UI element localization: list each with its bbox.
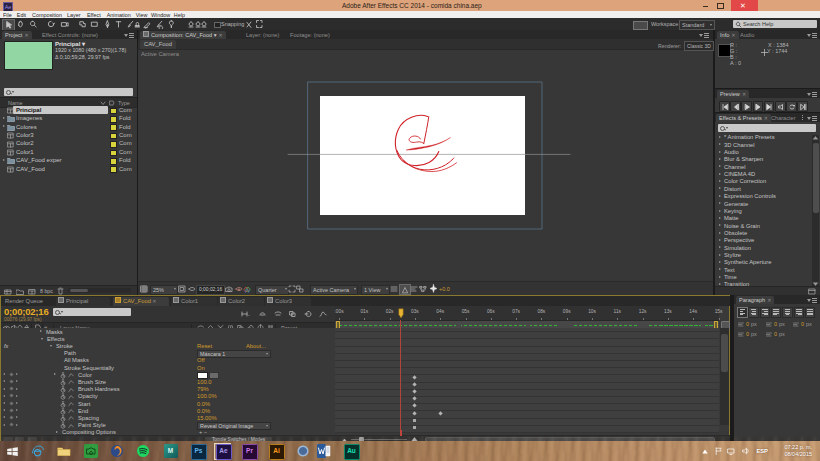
project-item-color1[interactable]: Color1Com: [0, 148, 137, 156]
label-color-swatch[interactable]: [110, 166, 117, 173]
align-center-button[interactable]: [748, 307, 759, 318]
property-value[interactable]: 15.00%: [197, 415, 217, 421]
safe-margins-icon[interactable]: [178, 285, 186, 293]
graph-include-icon[interactable]: [68, 387, 74, 393]
project-item-cav_food[interactable]: CAV_FoodCom: [0, 165, 137, 173]
expand-arrow-icon[interactable]: [719, 143, 721, 145]
show-snapshot-icon[interactable]: [235, 285, 243, 293]
info-panel-menu-icon[interactable]: [807, 33, 817, 37]
effects-scrollbar[interactable]: [812, 135, 819, 287]
effects-category-generate[interactable]: Generate: [715, 200, 812, 207]
menu-help[interactable]: Help: [174, 12, 185, 18]
tab-timeline-color3[interactable]: Color3: [265, 297, 311, 306]
graph-include-icon[interactable]: [68, 379, 74, 385]
effects-category-synthetic-aperture[interactable]: Synthetic Aperture: [715, 259, 812, 266]
project-item-principal[interactable]: PrincipalCom: [0, 106, 137, 114]
expand-arrow-icon[interactable]: [719, 217, 721, 219]
add-keyframe-icon[interactable]: [9, 423, 13, 427]
about-link[interactable]: About...: [246, 343, 266, 349]
project-item-color3[interactable]: Color3Com: [0, 131, 137, 139]
type-tool[interactable]: [113, 19, 124, 29]
next-keyframe-icon[interactable]: [16, 416, 18, 418]
expand-arrow-icon[interactable]: [719, 158, 721, 160]
property-label[interactable]: Color: [78, 372, 92, 378]
taskbar-audition[interactable]: Au: [343, 444, 358, 459]
property-value[interactable]: 0.0%: [197, 401, 210, 407]
expander-icon[interactable]: [56, 431, 58, 433]
paragraph-field-value[interactable]: 0: [746, 331, 749, 337]
expand-arrow-icon[interactable]: [719, 195, 721, 197]
tab-character[interactable]: Character: [771, 115, 796, 121]
label-color-swatch[interactable]: [110, 150, 117, 157]
label-color-swatch[interactable]: [110, 158, 117, 165]
menu-file[interactable]: File: [3, 12, 12, 18]
magnification-dropdown[interactable]: 25%: [150, 285, 178, 295]
menu-window[interactable]: Window: [151, 12, 170, 18]
rotation-tool[interactable]: [46, 19, 57, 29]
keyframe-navigator[interactable]: [2, 416, 22, 421]
expand-arrow-icon[interactable]: [719, 246, 721, 248]
composition-nav-tab[interactable]: CAV_Food: [140, 40, 176, 49]
flowchart-button-icon[interactable]: [419, 285, 427, 293]
timeline-row-opacity[interactable]: Opacity100.0%: [1, 393, 335, 400]
next-keyframe-icon[interactable]: [16, 373, 18, 375]
keyframe-navigator[interactable]: [2, 380, 22, 385]
keyframe[interactable]: [413, 426, 416, 429]
timeline-row-brush-hardness[interactable]: Brush Hardness79%: [1, 386, 335, 393]
label-color-swatch[interactable]: [110, 108, 117, 115]
grid-icon[interactable]: [245, 19, 253, 29]
next-frame-button[interactable]: [753, 101, 764, 112]
expander-icon[interactable]: [54, 373, 56, 375]
choose-grid-icon[interactable]: [140, 285, 148, 293]
minimize-button[interactable]: [699, 0, 713, 11]
property-value[interactable]: 100.0%: [197, 393, 217, 399]
hide-shy-icon[interactable]: [274, 310, 283, 318]
tab-timeline-color2[interactable]: Color2: [218, 297, 264, 306]
region-of-interest-icon[interactable]: [288, 285, 296, 293]
keyframe[interactable]: [413, 389, 417, 393]
tab-footage[interactable]: Footage: (none): [290, 32, 330, 38]
justify-all-button[interactable]: [805, 307, 816, 318]
property-label[interactable]: Brush Hardness: [78, 386, 120, 392]
next-keyframe-icon[interactable]: [16, 380, 18, 382]
expand-arrow-icon[interactable]: [719, 187, 721, 189]
menu-edit[interactable]: Edit: [17, 12, 26, 18]
effects-category-perspective[interactable]: Perspective: [715, 237, 812, 244]
taskbar-photoshop[interactable]: Ps: [190, 444, 205, 459]
menu-effect[interactable]: Effect: [87, 12, 101, 18]
next-keyframe-icon[interactable]: [16, 409, 18, 411]
preview-panel-menu-icon[interactable]: [807, 92, 817, 96]
last-frame-button[interactable]: [764, 101, 775, 112]
expander-icon[interactable]: [50, 345, 52, 347]
composition-viewport[interactable]: [138, 49, 713, 282]
ram-preview-button[interactable]: [797, 101, 808, 112]
effects-category-time[interactable]: Time: [715, 274, 812, 281]
label-color-swatch[interactable]: [110, 116, 117, 123]
property-value[interactable]: 0.0%: [197, 408, 210, 414]
graph-include-icon[interactable]: [68, 423, 74, 429]
timeline-row-end[interactable]: End0.0%: [1, 407, 335, 414]
expand-arrow-icon[interactable]: [719, 180, 721, 182]
paragraph-panel-menu-icon[interactable]: [807, 298, 817, 302]
view-dropdown[interactable]: Active Camera: [310, 285, 358, 295]
keyframe-navigator[interactable]: [2, 387, 22, 392]
zoom-tool[interactable]: [28, 19, 39, 29]
effects-category-stylize[interactable]: Stylize: [715, 252, 812, 259]
timeline-row-effects[interactable]: Effects: [1, 335, 335, 342]
tab-render-queue[interactable]: Render Queue: [5, 298, 43, 304]
effects-category-channel[interactable]: Channel: [715, 163, 812, 170]
prev-keyframe-icon[interactable]: [3, 373, 5, 375]
comp-mini-flowchart-icon[interactable]: [241, 310, 250, 318]
snapshot-icon[interactable]: [225, 285, 233, 293]
frame-blending-icon[interactable]: [289, 310, 298, 318]
play-button[interactable]: [741, 101, 752, 112]
timeline-row-brush-size[interactable]: Brush Size100.0: [1, 378, 335, 385]
composition-panel-menu-icon[interactable]: [699, 33, 709, 37]
prev-keyframe-icon[interactable]: [3, 409, 5, 411]
audio-button[interactable]: [775, 101, 786, 112]
tab-layer[interactable]: Layer: (none): [246, 32, 279, 38]
add-keyframe-icon[interactable]: [9, 408, 13, 412]
cti-bottom-handle[interactable]: [400, 430, 402, 436]
expand-arrow-icon[interactable]: [3, 125, 5, 127]
tab-composition[interactable]: Composition: CAV_Food ▾✕: [140, 31, 226, 40]
